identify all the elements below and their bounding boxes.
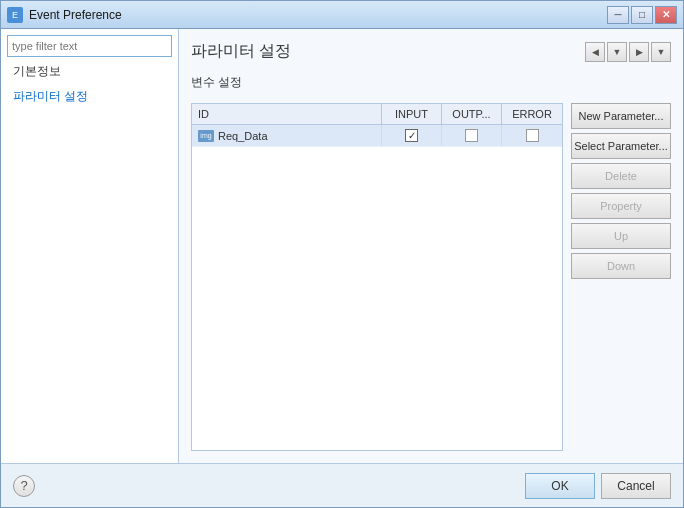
delete-button[interactable]: Delete [571,163,671,189]
panel-title: 파라미터 설정 [191,41,291,62]
title-bar-buttons: ─ □ ✕ [607,6,677,24]
window-icon: E [7,7,23,23]
back-arrow-button[interactable]: ◀ [585,42,605,62]
col-id: ID [192,104,382,124]
panel-header: 파라미터 설정 ◀ ▼ ▶ ▼ [191,41,671,62]
close-button[interactable]: ✕ [655,6,677,24]
ok-button[interactable]: OK [525,473,595,499]
table-area: ID INPUT OUTP... ERROR img Req_Data [191,103,671,451]
forward-arrow-button[interactable]: ▶ [629,42,649,62]
sidebar-item-basic-info[interactable]: 기본정보 [7,61,172,82]
col-error: ERROR [502,104,562,124]
dropdown-button[interactable]: ▼ [651,42,671,62]
main-window: E Event Preference ─ □ ✕ 기본정보 파라미터 설정 파라… [0,0,684,508]
cancel-button[interactable]: Cancel [601,473,671,499]
cell-output[interactable] [442,125,502,146]
button-panel: New Parameter... Select Parameter... Del… [571,103,671,451]
col-input: INPUT [382,104,442,124]
output-checkbox[interactable] [465,129,478,142]
cell-input[interactable] [382,125,442,146]
maximize-button[interactable]: □ [631,6,653,24]
filter-input[interactable] [7,35,172,57]
main-panel: 파라미터 설정 ◀ ▼ ▶ ▼ 변수 설정 ID INPUT OUTP... [179,29,683,463]
sidebar: 기본정보 파라미터 설정 [1,29,179,463]
bottom-bar: ? OK Cancel [1,463,683,507]
sidebar-item-parameter-settings[interactable]: 파라미터 설정 [7,86,172,107]
table-header: ID INPUT OUTP... ERROR [192,104,562,125]
bottom-buttons: OK Cancel [525,473,671,499]
title-bar: E Event Preference ─ □ ✕ [1,1,683,29]
parameter-table: ID INPUT OUTP... ERROR img Req_Data [191,103,563,451]
new-parameter-button[interactable]: New Parameter... [571,103,671,129]
property-button[interactable]: Property [571,193,671,219]
table-body: img Req_Data [192,125,562,445]
nav-arrows: ◀ ▼ ▶ ▼ [585,42,671,62]
down-button[interactable]: Down [571,253,671,279]
table-row[interactable]: img Req_Data [192,125,562,147]
cell-id: img Req_Data [192,125,382,146]
help-button[interactable]: ? [13,475,35,497]
error-checkbox[interactable] [526,129,539,142]
col-output: OUTP... [442,104,502,124]
dropdown-nav-button[interactable]: ▼ [607,42,627,62]
cell-error[interactable] [502,125,562,146]
row-type-icon: img [198,130,214,142]
section-label: 변수 설정 [191,74,671,91]
select-parameter-button[interactable]: Select Parameter... [571,133,671,159]
content-area: 기본정보 파라미터 설정 파라미터 설정 ◀ ▼ ▶ ▼ 변수 설정 [1,29,683,463]
input-checkbox[interactable] [405,129,418,142]
minimize-button[interactable]: ─ [607,6,629,24]
window-title: Event Preference [29,8,607,22]
up-button[interactable]: Up [571,223,671,249]
